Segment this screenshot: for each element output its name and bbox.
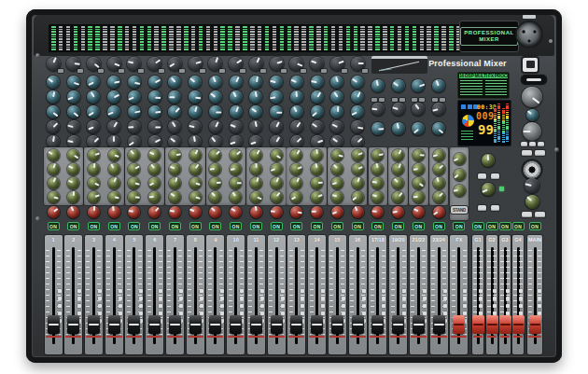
select-knob[interactable] (526, 109, 539, 121)
eq-low-knob[interactable] (107, 105, 120, 118)
eq-low-knob[interactable] (290, 105, 303, 118)
aux-send-knob[interactable] (311, 163, 323, 175)
aux-send-knob[interactable] (148, 163, 161, 175)
mode-button[interactable] (529, 142, 536, 146)
aux-send-knob[interactable] (371, 177, 384, 189)
aux-send-knob[interactable] (271, 191, 283, 203)
fader-cap[interactable] (371, 315, 384, 334)
aux-send-knob[interactable] (230, 149, 242, 161)
eq-high-knob[interactable] (311, 76, 324, 89)
eq-high-knob[interactable] (189, 76, 202, 89)
eq-high-knob[interactable] (330, 76, 343, 89)
volume-encoder-knob[interactable] (523, 122, 541, 141)
mode-button[interactable] (521, 142, 527, 146)
eq-high-knob[interactable] (128, 76, 141, 89)
aux-send-knob[interactable] (290, 163, 302, 175)
pan-knob[interactable] (413, 206, 425, 218)
fader-cap[interactable] (128, 315, 140, 334)
mid-freq-knob[interactable] (209, 120, 222, 133)
pan-knob[interactable] (67, 206, 79, 218)
channel-on-button[interactable]: ON (209, 222, 221, 230)
channel-on-button[interactable]: ON (371, 222, 384, 230)
aux-send-knob[interactable] (230, 177, 242, 189)
stereo-button[interactable] (432, 98, 438, 102)
eq-mid-knob[interactable] (249, 90, 262, 104)
eq-mid-knob[interactable] (168, 90, 181, 104)
eq-high-knob[interactable] (290, 76, 303, 89)
aux-send-knob[interactable] (189, 163, 202, 175)
stereo-eq-knob[interactable] (432, 122, 445, 135)
pad-button[interactable] (219, 69, 225, 73)
stereo-eq-knob[interactable] (371, 79, 385, 92)
aux-send-knob[interactable] (88, 149, 100, 161)
eq-low-knob[interactable] (47, 105, 60, 118)
aux-send-knob[interactable] (271, 163, 283, 175)
pan-knob[interactable] (250, 206, 262, 218)
eq-low-knob[interactable] (67, 105, 80, 118)
mid-freq-knob[interactable] (249, 120, 262, 133)
aux-send-knob[interactable] (352, 191, 364, 203)
eq-high-knob[interactable] (107, 76, 120, 89)
pad-button[interactable] (119, 69, 124, 73)
aux-send-knob[interactable] (108, 191, 120, 203)
eq-high-knob[interactable] (209, 76, 222, 89)
aux-send-knob[interactable] (250, 149, 262, 161)
phones-knob[interactable] (525, 178, 539, 193)
eq-high-knob[interactable] (47, 76, 60, 89)
aux-send-knob[interactable] (189, 191, 202, 203)
aux-send-knob[interactable] (67, 191, 79, 203)
fader-cap[interactable] (433, 315, 445, 334)
fader-cap[interactable] (392, 315, 404, 334)
eq-low-knob[interactable] (168, 105, 181, 118)
pan-knob[interactable] (148, 206, 161, 218)
fx-send-knob[interactable] (249, 135, 262, 148)
aux-send-knob[interactable] (352, 149, 364, 161)
aux-send-knob[interactable] (413, 191, 425, 203)
stereo-level-knob[interactable] (432, 103, 445, 116)
stereo-level-knob[interactable] (392, 103, 405, 116)
mid-freq-knob[interactable] (107, 120, 120, 133)
eq-mid-knob[interactable] (107, 90, 120, 104)
mid-freq-knob[interactable] (330, 120, 343, 133)
eq-mid-knob[interactable] (189, 90, 202, 104)
fx-send-knob[interactable] (351, 135, 364, 148)
stereo-eq-knob[interactable] (432, 79, 445, 92)
eq-mid-knob[interactable] (148, 90, 161, 104)
aux-send-knob[interactable] (169, 149, 181, 161)
eq-mid-knob[interactable] (209, 90, 222, 104)
stereo-button[interactable] (440, 98, 445, 102)
fader-cap[interactable] (148, 315, 161, 334)
fader-cap[interactable] (169, 315, 181, 334)
pad-button[interactable] (77, 69, 83, 73)
aux-send-knob[interactable] (271, 149, 283, 161)
pad-button[interactable] (342, 69, 347, 73)
eq-mid-knob[interactable] (67, 90, 80, 104)
fx-send-knob[interactable] (107, 135, 120, 148)
aux-send-knob[interactable] (331, 191, 343, 203)
fx-select-button[interactable] (491, 173, 499, 179)
aux-send-knob[interactable] (433, 177, 445, 189)
channel-on-button[interactable]: ON (108, 222, 120, 230)
channel-on-button[interactable]: ON (271, 222, 283, 230)
aux-send-knob[interactable] (413, 163, 425, 175)
aux-send-knob[interactable] (290, 191, 302, 203)
channel-on-button[interactable]: ON (529, 222, 541, 230)
channel-on-button[interactable]: ON (331, 222, 343, 230)
fx-param-knob[interactable] (482, 183, 495, 196)
aux-send-knob[interactable] (48, 149, 60, 161)
power-button[interactable] (522, 212, 532, 217)
stereo-level-knob[interactable] (412, 103, 425, 116)
eq-low-knob[interactable] (128, 105, 141, 118)
eq-low-knob[interactable] (148, 105, 161, 118)
fx-return-knob[interactable] (454, 153, 466, 165)
channel-on-button[interactable]: ON (48, 222, 60, 230)
fx-level-knob[interactable] (482, 154, 495, 167)
aux-send-knob[interactable] (148, 177, 161, 189)
channel-on-button[interactable]: ON (88, 222, 100, 230)
eq-mid-knob[interactable] (270, 90, 283, 104)
pad-button[interactable] (362, 69, 368, 73)
fx-send-knob[interactable] (168, 135, 181, 148)
eq-low-knob[interactable] (230, 105, 243, 118)
fader-cap[interactable] (67, 315, 79, 334)
stereo-eq-knob[interactable] (371, 122, 385, 135)
